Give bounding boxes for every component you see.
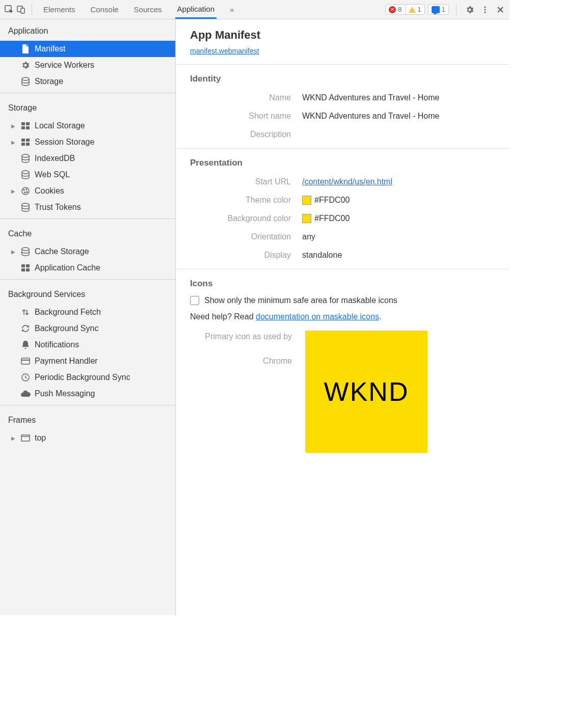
database-icon	[20, 247, 31, 257]
label-bg-color: Background color	[190, 214, 302, 223]
sidebar-item-label: top	[35, 433, 46, 443]
sidebar-item-payment-handler[interactable]: Payment Handler	[0, 353, 175, 369]
value-display: standalone	[302, 251, 342, 260]
sidebar-item-push-messaging[interactable]: Push Messaging	[0, 386, 175, 402]
grid-icon	[20, 137, 31, 147]
sidebar-item-label: Web SQL	[35, 170, 70, 179]
maskable-checkbox-row[interactable]: Show only the minimum safe area for mask…	[190, 296, 495, 305]
tab-console[interactable]: Console	[89, 0, 121, 19]
settings-icon[interactable]	[464, 4, 476, 16]
file-icon	[20, 44, 31, 54]
sidebar-item-cookies[interactable]: ▶ Cookies	[0, 183, 175, 199]
sidebar-item-label: Local Storage	[35, 121, 85, 130]
sidebar-item-local-storage[interactable]: ▶ Local Storage	[0, 118, 175, 134]
sidebar-item-session-storage[interactable]: ▶ Session Storage	[0, 134, 175, 150]
errors-badge[interactable]: ✕ 8	[386, 5, 405, 14]
updown-icon	[20, 307, 31, 317]
svg-rect-8	[26, 122, 30, 125]
expand-icon[interactable]: ▶	[10, 123, 16, 129]
sidebar-item-manifest[interactable]: Manifest	[0, 41, 175, 57]
card-icon	[20, 356, 31, 366]
separator	[176, 148, 510, 149]
svg-rect-9	[21, 126, 25, 129]
sidebar-group-storage: Storage	[0, 96, 175, 118]
close-icon[interactable]	[494, 4, 506, 16]
bell-icon	[20, 340, 31, 350]
sidebar-item-label: Application Cache	[35, 263, 100, 272]
label-description: Description	[190, 130, 302, 139]
sidebar-item-label: Storage	[35, 77, 63, 86]
separator	[176, 269, 510, 269]
gear-icon	[20, 60, 31, 70]
tab-elements[interactable]: Elements	[41, 0, 77, 19]
sidebar-item-notifications[interactable]: Notifications	[0, 337, 175, 353]
kebab-menu-icon[interactable]	[479, 4, 491, 16]
database-icon	[20, 170, 31, 180]
device-toggle-icon[interactable]	[15, 4, 28, 16]
label-theme-color: Theme color	[190, 196, 302, 205]
maskable-docs-link[interactable]: documentation on maskable icons	[256, 312, 379, 321]
sidebar-item-storage[interactable]: Storage	[0, 73, 175, 90]
svg-point-15	[22, 154, 29, 157]
expand-icon[interactable]: ▶	[10, 249, 16, 255]
label-orientation: Orientation	[190, 232, 302, 241]
svg-rect-14	[26, 143, 30, 146]
sidebar-item-label: Cache Storage	[35, 247, 89, 256]
presentation-heading: Presentation	[190, 158, 495, 168]
grid-icon	[20, 263, 31, 273]
sidebar-item-service-workers[interactable]: Service Workers	[0, 57, 175, 73]
value-short-name: WKND Adventures and Travel - Home	[302, 112, 439, 121]
sidebar-group-bg-services: Background Services	[0, 283, 175, 304]
maskable-checkbox[interactable]	[190, 296, 199, 305]
issue-badges[interactable]: ✕ 8 1	[385, 4, 424, 15]
sync-icon	[20, 323, 31, 334]
tab-overflow[interactable]: »	[228, 0, 236, 19]
row-orientation: Orientation any	[190, 232, 495, 241]
inspect-icon[interactable]	[3, 4, 15, 16]
label-display: Display	[190, 251, 302, 260]
sidebar-group-cache: Cache	[0, 222, 175, 243]
sidebar-item-background-fetch[interactable]: Background Fetch	[0, 304, 175, 320]
theme-color-swatch	[302, 196, 311, 205]
sidebar-item-cache-storage[interactable]: ▶ Cache Storage	[0, 243, 175, 260]
sidebar-group-application: Application	[0, 19, 175, 41]
row-bg-color: Background color #FFDC00	[190, 214, 495, 223]
warnings-badge[interactable]: 1	[405, 5, 424, 14]
svg-rect-10	[26, 126, 30, 129]
svg-rect-27	[26, 268, 30, 271]
value-theme-color: #FFDC00	[314, 196, 350, 205]
messages-badge[interactable]: 1	[429, 5, 448, 14]
sidebar-item-background-sync[interactable]: Background Sync	[0, 320, 175, 337]
svg-rect-24	[21, 264, 25, 267]
svg-point-22	[22, 203, 29, 206]
toolbar-separator	[456, 4, 457, 15]
sidebar-item-label: Service Workers	[35, 61, 94, 70]
frame-icon	[20, 433, 31, 443]
tab-sources[interactable]: Sources	[132, 0, 164, 19]
expand-icon[interactable]: ▶	[10, 140, 16, 145]
sidebar-item-frame-top[interactable]: ▶ top	[0, 430, 175, 446]
sidebar-item-indexeddb[interactable]: IndexedDB	[0, 150, 175, 167]
sidebar-item-label: Cookies	[35, 186, 64, 196]
sidebar-item-application-cache[interactable]: Application Cache	[0, 260, 175, 276]
label-start-url: Start URL	[190, 177, 302, 186]
value-start-url[interactable]: /content/wknd/us/en.html	[302, 177, 392, 186]
maskable-help-text: Need help? Read documentation on maskabl…	[190, 312, 495, 321]
sidebar-item-periodic-bg-sync[interactable]: Periodic Background Sync	[0, 369, 175, 386]
expand-icon[interactable]: ▶	[10, 435, 16, 441]
sidebar-item-label: IndexedDB	[35, 154, 75, 163]
sidebar-item-websql[interactable]: Web SQL	[0, 167, 175, 183]
sidebar-separator	[0, 93, 175, 93]
row-theme-color: Theme color #FFDC00	[190, 196, 495, 205]
sidebar-item-label: Payment Handler	[35, 357, 98, 366]
tab-application[interactable]: Application	[175, 0, 217, 19]
svg-point-17	[22, 187, 29, 195]
svg-point-21	[26, 192, 28, 193]
identity-heading: Identity	[190, 74, 495, 84]
database-icon	[20, 202, 31, 212]
messages-badge-group[interactable]: 1	[428, 4, 449, 15]
sidebar-item-trust-tokens[interactable]: Trust Tokens	[0, 199, 175, 215]
manifest-file-link[interactable]: manifest.webmanifest	[190, 47, 259, 55]
expand-icon[interactable]: ▶	[10, 188, 16, 194]
sidebar-group-frames: Frames	[0, 408, 175, 430]
